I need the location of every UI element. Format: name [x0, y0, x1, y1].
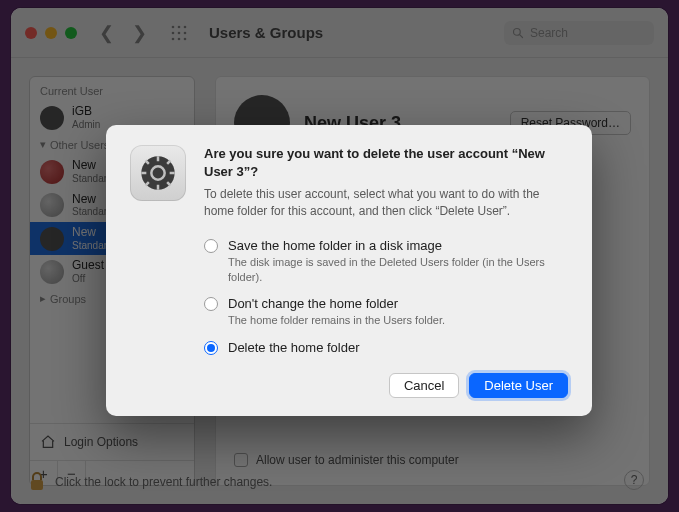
radio-button[interactable] — [204, 341, 218, 355]
radio-option-dont-change[interactable]: Don't change the home folder The home fo… — [204, 296, 568, 328]
prefs-window: ❮ ❯ Users & Groups Search Current User i… — [11, 8, 668, 504]
radio-label: Delete the home folder — [228, 340, 360, 355]
radio-button[interactable] — [204, 297, 218, 311]
radio-option-delete-folder[interactable]: Delete the home folder — [204, 340, 568, 355]
settings-gear-icon — [130, 145, 186, 201]
dialog-description: To delete this user account, select what… — [204, 186, 568, 220]
radio-option-save-disk-image[interactable]: Save the home folder in a disk image The… — [204, 238, 568, 285]
dialog-title: Are you sure you want to delete the user… — [204, 145, 568, 180]
cancel-button[interactable]: Cancel — [389, 373, 459, 398]
dialog-buttons: Cancel Delete User — [204, 373, 568, 398]
delete-user-dialog: Are you sure you want to delete the user… — [106, 125, 592, 416]
radio-button[interactable] — [204, 239, 218, 253]
radio-group: Save the home folder in a disk image The… — [204, 238, 568, 356]
radio-label: Save the home folder in a disk image — [228, 238, 568, 253]
dialog-content: Are you sure you want to delete the user… — [204, 145, 568, 398]
radio-label: Don't change the home folder — [228, 296, 445, 311]
delete-user-button[interactable]: Delete User — [469, 373, 568, 398]
radio-sublabel: The home folder remains in the Users fol… — [228, 313, 445, 328]
radio-sublabel: The disk image is saved in the Deleted U… — [228, 255, 568, 285]
